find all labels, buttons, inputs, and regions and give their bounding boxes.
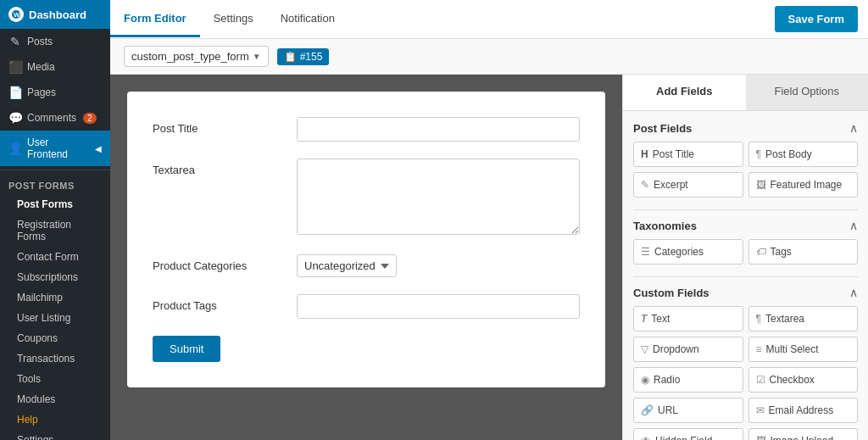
textarea-control [297,159,580,237]
form-field-textarea: Textarea [153,159,580,237]
content-area: Post Title Textarea Product Categories [110,75,868,440]
post-title-field-btn[interactable]: H Post Title [633,142,743,167]
submit-row: Submit [153,336,580,362]
media-icon: ⬛ [8,60,22,74]
product-tags-input[interactable] [297,294,580,319]
post-title-field-icon: H [641,148,648,160]
form-id-icon: 📋 [284,51,297,63]
textarea-input[interactable] [297,159,580,235]
excerpt-field-btn[interactable]: ✎ Excerpt [633,172,743,198]
sidebar-item-tools[interactable]: Tools [0,369,110,389]
taxonomies-grid: ☰ Categories 🏷 Tags [633,239,858,265]
sidebar-item-contact-form[interactable]: Contact Form [0,247,110,267]
categories-field-btn[interactable]: ☰ Categories [633,239,743,265]
featured-image-field-icon: 🖼 [756,179,766,191]
post-fields-section: Post Fields ∧ H Post Title ¶ Post Body [633,121,858,198]
svg-text:W: W [14,11,20,19]
sidebar-item-registration-forms[interactable]: Registration Forms [0,214,110,247]
excerpt-field-icon: ✎ [641,179,649,191]
image-upload-field-btn[interactable]: 🖼 Image Upload [748,428,859,440]
form-id-badge: 📋 #155 [277,48,330,65]
tags-field-btn[interactable]: 🏷 Tags [748,239,859,265]
panel-tab-field-options[interactable]: Field Options [746,75,869,110]
panel-tab-add-fields[interactable]: Add Fields [623,75,746,110]
post-fields-title: Post Fields [633,122,692,135]
dropdown-field-btn[interactable]: ▽ Dropdown [633,337,743,362]
text-field-icon: T [641,313,647,325]
post-body-field-icon: ¶ [756,148,761,160]
checkbox-field-icon: ☑ [756,374,765,386]
custom-fields-grid: T Text ¶ Textarea ▽ Dropdown ≡ [633,306,858,440]
product-categories-label: Product Categories [153,254,280,272]
comments-badge: 2 [83,113,97,124]
form-name-label: custom_post_type_form [131,50,249,63]
image-upload-field-icon: 🖼 [756,435,766,440]
post-title-input[interactable] [297,117,580,142]
sidebar-item-posts[interactable]: ✎ Posts [0,29,110,54]
header-row: Form Editor Settings Notification Save F… [110,0,868,39]
form-field-product-tags: Product Tags [153,294,580,319]
sidebar-logo-label: Dashboard [29,8,86,21]
email-address-field-btn[interactable]: ✉ Email Address [748,398,859,423]
posts-icon: ✎ [8,35,22,48]
form-selector-dropdown[interactable]: custom_post_type_form ▼ [124,46,269,67]
submit-button[interactable]: Submit [153,336,220,362]
radio-field-btn[interactable]: ◉ Radio [633,367,743,393]
post-title-label: Post Title [153,117,280,135]
sidebar-item-post-forms[interactable]: Post Forms [0,194,110,214]
taxonomies-toggle-icon[interactable]: ∧ [849,219,858,232]
right-panel: Add Fields Field Options Post Fields ∧ H [622,75,868,440]
sidebar-item-modules[interactable]: Modules [0,389,110,409]
taxonomies-section: Taxonomies ∧ ☰ Categories 🏷 Tags [633,219,858,265]
featured-image-field-btn[interactable]: 🖼 Featured Image [748,172,859,198]
custom-fields-title: Custom Fields [633,287,709,299]
sidebar-item-media[interactable]: ⬛ Media [0,54,110,80]
product-categories-control: Uncategorized [297,254,580,277]
post-fields-grid: H Post Title ¶ Post Body ✎ Excerpt 🖼 [633,142,858,198]
sidebar: W Dashboard ✎ Posts ⬛ Media 📄 Pages 💬 Co… [0,0,110,440]
multi-select-field-btn[interactable]: ≡ Multi Select [748,337,859,362]
sidebar-item-mailchimp[interactable]: Mailchimp [0,287,110,308]
textarea-label: Textarea [153,159,280,176]
email-address-field-icon: ✉ [756,404,765,416]
form-field-post-title: Post Title [153,117,580,142]
custom-fields-toggle-icon[interactable]: ∧ [849,286,858,299]
main-tabs: Form Editor Settings Notification [110,2,775,37]
text-field-btn[interactable]: T Text [633,306,743,331]
save-form-button[interactable]: Save Form [775,6,858,32]
dropdown-field-icon: ▽ [641,343,648,355]
sidebar-item-subscriptions[interactable]: Subscriptions [0,267,110,287]
sidebar-item-coupons[interactable]: Coupons [0,328,110,348]
user-frontend-icon: 👤 [8,142,22,155]
sidebar-logo[interactable]: W Dashboard [0,0,110,29]
post-fields-toggle-icon[interactable]: ∧ [849,121,858,135]
dropdown-arrow-icon: ▼ [253,52,261,61]
tab-settings[interactable]: Settings [200,2,267,37]
sidebar-item-transactions[interactable]: Transactions [0,348,110,369]
hidden-field-icon: 👁 [641,435,651,440]
tab-notification[interactable]: Notification [267,2,348,37]
form-inner: Post Title Textarea Product Categories [127,92,605,387]
hidden-field-btn[interactable]: 👁 Hidden Field [633,428,743,440]
sidebar-item-user-listing[interactable]: User Listing [0,308,110,328]
sidebar-item-settings[interactable]: Settings [0,430,110,440]
product-categories-select[interactable]: Uncategorized [297,254,397,277]
divider-2 [633,276,858,277]
panel-content: Post Fields ∧ H Post Title ¶ Post Body [623,111,868,440]
post-body-field-btn[interactable]: ¶ Post Body [748,142,859,167]
product-tags-label: Product Tags [153,294,280,312]
tab-form-editor[interactable]: Form Editor [110,2,200,37]
checkbox-field-btn[interactable]: ☑ Checkbox [748,367,859,393]
sidebar-item-user-frontend[interactable]: 👤 User Frontend ◀ [0,131,110,166]
sidebar-item-pages[interactable]: 📄 Pages [0,80,110,105]
form-id-text: #155 [300,51,323,63]
taxonomies-header: Taxonomies ∧ [633,219,858,232]
sidebar-item-comments[interactable]: 💬 Comments 2 [0,105,110,131]
url-field-btn[interactable]: 🔗 URL [633,398,743,423]
custom-textarea-field-btn[interactable]: ¶ Textarea [748,306,859,331]
post-fields-header: Post Fields ∧ [633,121,858,135]
sidebar-item-help[interactable]: Help [0,409,110,430]
tags-field-icon: 🏷 [756,246,766,258]
custom-textarea-field-icon: ¶ [756,313,761,325]
post-title-control [297,117,580,142]
